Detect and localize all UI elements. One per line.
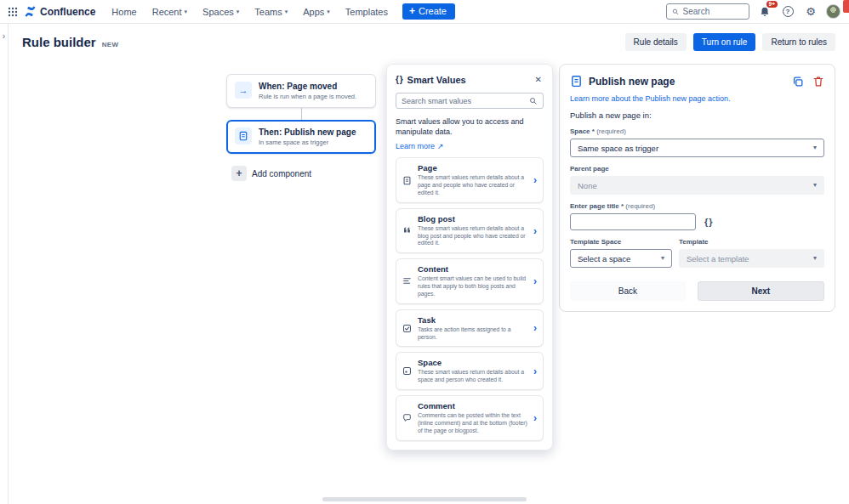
external-link-icon: ↗ xyxy=(437,142,444,150)
smart-values-search-input[interactable] xyxy=(402,97,526,105)
smart-values-learn-more-link[interactable]: Learn more ↗ xyxy=(396,142,444,150)
trigger-card-title: When: Page moved xyxy=(259,82,356,91)
search-icon xyxy=(529,97,538,105)
chevron-down-icon: ▾ xyxy=(813,255,817,262)
chevron-right-icon: › xyxy=(533,226,537,236)
settings-icon[interactable]: ⚙ xyxy=(803,4,818,20)
action-learn-more-link[interactable]: Learn more about the Publish new page ac… xyxy=(570,94,824,103)
parent-page-field-label: Parent page xyxy=(570,165,824,173)
action-card-title: Then: Publish new page xyxy=(259,127,356,137)
space-field-label: Space * (required) xyxy=(570,127,824,135)
close-icon[interactable]: ✕ xyxy=(533,73,544,86)
confluence-logo[interactable]: Confluence xyxy=(24,5,95,18)
page-title-field-label: Enter page title * (required) xyxy=(570,202,824,210)
insert-smart-value-button[interactable]: { } xyxy=(703,215,714,229)
help-icon[interactable]: ? xyxy=(780,4,795,20)
chevron-down-icon: ▾ xyxy=(285,8,288,14)
plus-icon: + xyxy=(409,6,415,16)
global-search-input[interactable] xyxy=(683,7,744,16)
nav-item-recent[interactable]: Recent▾ xyxy=(146,3,193,20)
return-to-rules-button[interactable]: Return to rules xyxy=(762,33,835,51)
parent-page-select[interactable]: None ▾ xyxy=(570,176,824,195)
trigger-card-page-moved[interactable]: → When: Page moved Rule is run when a pa… xyxy=(226,74,376,108)
rule-canvas: → When: Page moved Rule is run when a pa… xyxy=(226,74,376,181)
template-space-select[interactable]: Select a space ▾ xyxy=(570,249,672,268)
rule-connector-line xyxy=(301,108,302,120)
smart-value-item-page[interactable]: Page These smart values return details a… xyxy=(396,157,544,202)
chevron-right-icon: › xyxy=(533,323,537,333)
chevron-down-icon: ▾ xyxy=(327,8,330,14)
action-intro-text: Publish a new page in: xyxy=(570,110,824,120)
new-badge: NEW xyxy=(102,41,119,48)
chevron-down-icon: ▾ xyxy=(813,144,817,151)
page-title: Rule builder xyxy=(22,35,96,49)
add-component-button[interactable]: + Add component xyxy=(231,166,311,181)
top-navigation-bar: Confluence Home Recent▾ Spaces▾ Teams▾ A… xyxy=(0,0,849,24)
page-icon xyxy=(570,75,583,88)
action-card-subtitle: In same space as trigger xyxy=(259,139,356,146)
chevron-right-icon: › xyxy=(533,175,537,185)
nav-item-home[interactable]: Home xyxy=(105,3,142,20)
template-select[interactable]: Select a template ▾ xyxy=(679,249,824,268)
nav-item-teams[interactable]: Teams▾ xyxy=(248,3,293,20)
turn-on-rule-button[interactable]: Turn on rule xyxy=(693,33,756,51)
smart-value-item-blog-post[interactable]: Blog post These smart values return deta… xyxy=(396,208,544,253)
horizontal-scrollbar-thumb[interactable] xyxy=(322,497,527,501)
chevron-down-icon: ▾ xyxy=(185,8,188,14)
smart-values-panel: { } Smart Values ✕ Smart values allow yo… xyxy=(386,64,553,450)
chevron-right-icon: › xyxy=(533,413,537,423)
smart-values-description: Smart values allow you to access and man… xyxy=(396,116,544,137)
page-icon xyxy=(235,127,252,144)
checkbox-icon xyxy=(402,324,412,333)
arrow-right-icon: → xyxy=(235,82,252,99)
app-switcher-icon[interactable] xyxy=(5,4,20,20)
smart-values-title: Smart Values xyxy=(407,75,528,85)
nav-item-apps[interactable]: Apps▾ xyxy=(297,3,336,20)
smart-value-item-comment[interactable]: Comment Comments can be posted within th… xyxy=(396,395,544,440)
global-search[interactable] xyxy=(666,3,749,20)
braces-icon: { } xyxy=(396,75,402,84)
action-panel-title: Publish new page xyxy=(589,76,786,88)
smart-value-item-task[interactable]: Task Tasks are action items assigned to … xyxy=(396,309,544,348)
trash-icon[interactable] xyxy=(812,76,824,88)
align-left-icon xyxy=(402,276,412,286)
smart-value-item-content[interactable]: Content Content smart values can be used… xyxy=(396,258,544,303)
action-card-publish-new-page[interactable]: Then: Publish new page In same space as … xyxy=(226,120,376,154)
search-icon xyxy=(672,8,680,16)
notifications-icon[interactable]: 9+ xyxy=(757,4,772,20)
nav-item-templates[interactable]: Templates xyxy=(339,3,394,20)
chevron-right-icon: › xyxy=(533,276,537,286)
confluence-logo-icon xyxy=(24,5,37,18)
chevron-right-icon: › xyxy=(533,366,537,377)
smart-values-search[interactable] xyxy=(396,93,544,109)
smart-value-item-space[interactable]: Space These smart values return details … xyxy=(396,352,544,390)
publish-new-page-panel: Publish new page Learn more about the Pu… xyxy=(559,64,835,312)
page-icon xyxy=(402,176,412,185)
space-select[interactable]: Same space as trigger ▾ xyxy=(570,139,824,157)
left-sidebar-rail: › xyxy=(0,24,9,504)
template-field-label: Template xyxy=(679,238,824,246)
page-header: Rule builder NEW Rule details Turn on ru… xyxy=(9,24,849,59)
chevron-down-icon: ▾ xyxy=(661,255,664,262)
page-title-input[interactable] xyxy=(570,213,696,230)
template-space-field-label: Template Space xyxy=(570,238,672,246)
comment-icon xyxy=(402,413,412,422)
trigger-card-subtitle: Rule is run when a page is moved. xyxy=(259,93,356,100)
back-button[interactable]: Back xyxy=(570,281,686,301)
quote-icon xyxy=(402,226,412,235)
expand-sidebar-icon[interactable]: › xyxy=(0,32,8,41)
next-button[interactable]: Next xyxy=(698,281,824,301)
space-frame-icon xyxy=(402,366,412,376)
create-button[interactable]: + Create xyxy=(402,3,455,20)
plus-icon: + xyxy=(231,166,247,181)
nav-item-spaces[interactable]: Spaces▾ xyxy=(197,3,245,20)
rule-details-button[interactable]: Rule details xyxy=(625,33,687,51)
chevron-down-icon: ▾ xyxy=(813,182,817,189)
notification-badge: 9+ xyxy=(766,1,778,8)
corner-indicator xyxy=(843,0,849,13)
duplicate-icon[interactable] xyxy=(792,76,804,88)
avatar[interactable] xyxy=(826,4,840,19)
brand-name: Confluence xyxy=(40,6,95,18)
chevron-down-icon: ▾ xyxy=(236,8,240,14)
